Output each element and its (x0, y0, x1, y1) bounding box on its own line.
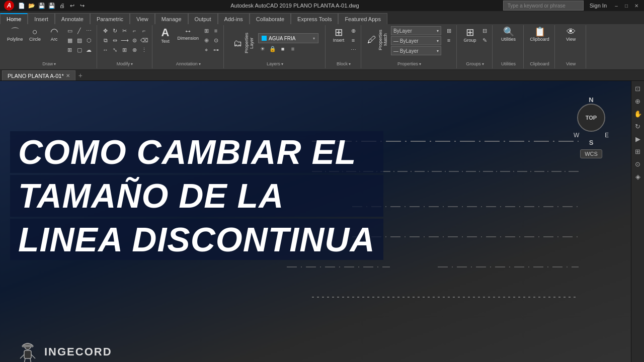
view-btn[interactable]: 👁 View (562, 26, 580, 43)
close-btn[interactable]: ✕ (633, 2, 640, 9)
maximize-btn[interactable]: □ (623, 2, 630, 9)
erase-btn[interactable]: ⌫ (140, 36, 149, 45)
properties-group-label[interactable]: Properties ▾ (397, 60, 421, 67)
linetype-dropdown[interactable]: — ByLayer ▾ (391, 36, 441, 45)
lineweight-dropdown[interactable]: — ByLayer ▾ (391, 46, 441, 55)
boundary-btn[interactable]: ⬡ (85, 36, 94, 45)
view-group-label[interactable]: View (566, 60, 576, 67)
tab-view[interactable]: View (130, 13, 155, 24)
utilities-btn[interactable]: 🔍 Utilities (499, 26, 518, 43)
line-btn[interactable]: ╱ (75, 26, 84, 35)
tab-home[interactable]: Home (0, 13, 28, 24)
quick-access-undo[interactable]: ↩ (67, 1, 76, 10)
draw-group-label[interactable]: Draw ▾ (42, 60, 56, 67)
wipeout-btn[interactable]: ▢ (75, 45, 84, 54)
main-canvas[interactable]: COMO CAMBIAR EL TAMAÑO DE LA LINEA DISCO… (0, 81, 644, 362)
quick-access-open[interactable]: 📂 (27, 1, 36, 10)
modify-expand-icon[interactable]: ▾ (131, 62, 133, 66)
chamfer-btn[interactable]: ⌐ (140, 26, 149, 35)
circle-btn[interactable]: ○ Circle (26, 26, 44, 43)
insert-btn[interactable]: ⊞ Insert (330, 26, 348, 44)
groupedit-btn[interactable]: ✎ (480, 36, 489, 45)
ann2-btn[interactable]: ≡ (211, 26, 220, 35)
quick-access-print[interactable]: 🖨 (57, 1, 66, 10)
doc-tab-close[interactable]: ✕ (66, 73, 70, 78)
break-btn[interactable]: ⋮ (140, 45, 149, 54)
ann1-btn[interactable]: ⊞ (202, 26, 211, 35)
tab-parametric[interactable]: Parametric (90, 13, 130, 24)
tab-featured-apps[interactable]: Featured Apps (338, 13, 387, 24)
layers-group-label[interactable]: Layers ▾ (267, 60, 283, 67)
tab-annotate[interactable]: Annotate (55, 13, 90, 24)
minimize-btn[interactable]: – (613, 2, 620, 9)
draw-expand-icon[interactable]: ▾ (54, 62, 56, 66)
tab-express-tools[interactable]: Express Tools (291, 13, 338, 24)
prop1-btn[interactable]: ⊞ (444, 26, 453, 35)
tab-manage[interactable]: Manage (155, 13, 188, 24)
extend-btn[interactable]: ⟶ (120, 36, 129, 45)
arc-btn[interactable]: ◠ Arc (45, 26, 63, 43)
cloud-btn[interactable]: ☁ (85, 45, 94, 54)
clipboard-btn[interactable]: 📋 Clipboard (528, 26, 551, 43)
array-btn[interactable]: ⊞ (120, 45, 129, 54)
rt-pan[interactable]: ✋ (632, 108, 643, 119)
new-tab-btn[interactable]: + (75, 70, 86, 80)
ann6-btn[interactable]: ⊶ (211, 45, 220, 54)
ann3-btn[interactable]: ⊕ (202, 36, 211, 45)
quick-access-new[interactable]: 📄 (17, 1, 26, 10)
rt-zoom-extents[interactable]: ⊡ (632, 83, 643, 94)
rect-btn[interactable]: ▭ (65, 26, 74, 35)
quick-access-saveas[interactable]: 💾 (47, 1, 56, 10)
rt-steeringwheel[interactable]: ⊙ (632, 158, 643, 169)
layer-properties-btn[interactable]: 🗂 Layer Properties (231, 32, 256, 54)
quick-access-save[interactable]: 💾 (37, 1, 46, 10)
polyline-btn[interactable]: ⌒ Polyline (5, 26, 25, 43)
tab-output[interactable]: Output (188, 13, 218, 24)
color-dropdown[interactable]: ByLayer ▾ (391, 26, 441, 35)
layer-more-btn[interactable]: ≡ (288, 44, 297, 53)
block-group-label[interactable]: Block ▾ (337, 60, 351, 67)
stretch-btn[interactable]: ↔ (101, 45, 110, 54)
utilities-group-label[interactable]: Utilities (501, 60, 516, 67)
ungroup-btn[interactable]: ⊟ (480, 26, 489, 35)
groups-group-label[interactable]: Groups ▾ (466, 60, 484, 67)
block-attr-btn[interactable]: ≡ (349, 36, 358, 45)
layer-lock-btn[interactable]: 🔒 (268, 44, 277, 53)
rt-showmotion[interactable]: ▶ (632, 133, 643, 144)
search-bar[interactable]: Type a keyword or phrase (503, 1, 584, 11)
gradient-btn[interactable]: ▨ (75, 36, 84, 45)
offset-btn[interactable]: ⊜ (130, 36, 139, 45)
ann5-btn[interactable]: ⌖ (202, 45, 211, 54)
annotation-group-label[interactable]: Annotation ▾ (176, 60, 201, 67)
block-create-btn[interactable]: ⊕ (349, 26, 358, 35)
region-btn[interactable]: ⊞ (65, 45, 74, 54)
layer-freeze-btn[interactable]: ☀ (258, 44, 267, 53)
layer-color-btn[interactable]: ■ (278, 44, 287, 53)
quick-access-redo[interactable]: ↪ (77, 1, 87, 10)
tab-insert[interactable]: Insert (28, 13, 55, 24)
block-expand-icon[interactable]: ▾ (349, 62, 351, 66)
tab-addins[interactable]: Add-ins (218, 13, 250, 24)
tab-collaborate[interactable]: Collaborate (250, 13, 291, 24)
layer-dropdown[interactable]: AGUA FRIA ▾ (258, 33, 318, 43)
trim-btn[interactable]: ✂ (120, 26, 129, 35)
copy-btn[interactable]: ⧉ (101, 36, 110, 45)
compass-ring[interactable]: TOP (577, 104, 605, 132)
move-btn[interactable]: ✥ (101, 26, 110, 35)
rt-zoom-window[interactable]: ⊕ (632, 96, 643, 107)
more-draw-btn[interactable]: ⋯ (85, 26, 94, 35)
mirror-btn[interactable]: ⇔ (111, 36, 120, 45)
dimension-btn[interactable]: ↔ Dimension (176, 26, 201, 42)
text-btn[interactable]: A Text (156, 26, 175, 45)
explode-btn[interactable]: ⊗ (130, 45, 139, 54)
rotate-btn[interactable]: ↻ (111, 26, 120, 35)
rt-viewcube[interactable]: ◈ (632, 171, 643, 182)
annotation-expand-icon[interactable]: ▾ (199, 62, 201, 66)
properties-expand-icon[interactable]: ▾ (419, 62, 421, 66)
ann4-btn[interactable]: ⊙ (211, 36, 220, 45)
groups-expand-icon[interactable]: ▾ (482, 62, 484, 66)
modify-group-label[interactable]: Modify ▾ (117, 60, 133, 67)
rt-orbit[interactable]: ↻ (632, 121, 643, 132)
hatch-btn[interactable]: ▦ (65, 36, 74, 45)
wcs-badge[interactable]: WCS (580, 149, 602, 158)
